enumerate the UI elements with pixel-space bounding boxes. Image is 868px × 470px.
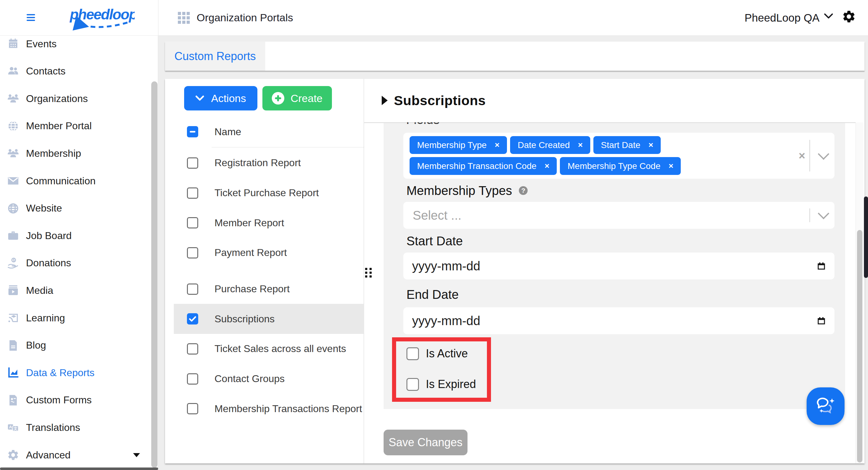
- fields-multiselect[interactable]: Membership Type×Date Created×Start Date×…: [403, 133, 835, 179]
- calendar-icon[interactable]: [817, 316, 826, 326]
- apps-grid-icon[interactable]: [178, 12, 190, 24]
- report-checkbox[interactable]: [187, 247, 198, 259]
- flag-row-is-active[interactable]: Is Active: [406, 347, 468, 360]
- account-name[interactable]: PheedLoop QA: [745, 0, 819, 35]
- sidebar-item-organizations[interactable]: Organizations: [0, 88, 150, 109]
- report-list: Registration Report Ticket Purchase Repo…: [174, 148, 364, 424]
- report-checkbox[interactable]: [187, 283, 198, 295]
- blog-icon: [6, 339, 20, 352]
- multiselect-chevron-down-icon[interactable]: [814, 133, 833, 179]
- report-checkbox[interactable]: [187, 158, 198, 169]
- report-checkbox[interactable]: [187, 373, 198, 384]
- fields-label-clipped: Fields: [406, 122, 456, 125]
- sidebar-item-advanced[interactable]: Advanced: [0, 444, 150, 466]
- hamburger-menu-icon[interactable]: [27, 14, 35, 21]
- form-header[interactable]: Subscriptions: [382, 93, 789, 108]
- sidebar-item-label: Learning: [26, 312, 65, 324]
- field-tag[interactable]: Membership Type Code×: [560, 157, 681, 175]
- media-icon: [6, 283, 20, 297]
- help-icon[interactable]: ?: [519, 186, 528, 195]
- account-chevron-down-icon[interactable]: [824, 13, 833, 20]
- collapse-arrow-icon[interactable]: [382, 96, 388, 105]
- form-title: Subscriptions: [394, 93, 486, 108]
- sidebar-item-blog[interactable]: Blog: [0, 335, 150, 357]
- actions-chevron-down-icon: [195, 95, 204, 101]
- drag-handle-icon[interactable]: [365, 268, 373, 278]
- sidebar-item-label: Organizations: [26, 93, 88, 104]
- remove-tag-icon[interactable]: ×: [545, 161, 549, 171]
- report-row-contact-groups[interactable]: Contact Groups: [174, 364, 364, 394]
- member-portal-icon: [6, 119, 20, 133]
- report-checkbox[interactable]: [187, 403, 198, 414]
- report-row-registration-report[interactable]: Registration Report: [174, 148, 364, 178]
- expand-caret-icon[interactable]: [133, 453, 140, 457]
- selected-tags: Membership Type×Date Created×Start Date×…: [410, 136, 795, 175]
- remove-tag-icon[interactable]: ×: [578, 140, 583, 150]
- sidebar-item-contacts[interactable]: Contacts: [0, 60, 150, 82]
- report-row-purchase-report[interactable]: Purchase Report: [174, 274, 364, 304]
- svg-text:$: $: [12, 258, 15, 262]
- remove-tag-icon[interactable]: ×: [669, 161, 673, 171]
- remove-tag-icon[interactable]: ×: [649, 140, 653, 150]
- actions-button[interactable]: Actions: [184, 86, 257, 110]
- tab-custom-reports[interactable]: Custom Reports: [165, 42, 265, 71]
- sidebar-item-translations[interactable]: A文 Translations: [0, 416, 150, 438]
- page-scrollbar-thumb[interactable]: [864, 197, 868, 278]
- sidebar-item-data-reports[interactable]: Data & Reports: [0, 362, 150, 383]
- membership-types-select[interactable]: Select ...: [403, 202, 835, 229]
- form-scrollbar-thumb[interactable]: [857, 230, 862, 463]
- end-date-input[interactable]: yyyy-mm-dd: [403, 307, 835, 334]
- calendar-icon[interactable]: [817, 261, 826, 271]
- select-chevron-down-icon[interactable]: [814, 202, 833, 229]
- contacts-icon: [6, 64, 20, 78]
- report-row-ticket-sales-across-all-events[interactable]: Ticket Sales across all events: [174, 334, 364, 364]
- report-checkbox[interactable]: [187, 217, 198, 228]
- flag-row-is-expired[interactable]: Is Expired: [406, 378, 476, 391]
- sidebar-item-membership[interactable]: Membership: [0, 142, 150, 164]
- column-divider: [364, 79, 364, 463]
- sidebar-item-communication[interactable]: Communication: [0, 170, 150, 192]
- sidebar-item-events[interactable]: Events: [0, 33, 150, 55]
- report-checkbox[interactable]: [187, 188, 198, 199]
- page-title: Organization Portals: [197, 0, 293, 35]
- sidebar-item-label: Events: [26, 38, 57, 50]
- sidebar-item-learning[interactable]: Learning: [0, 307, 150, 329]
- sidebar-scrollbar[interactable]: [151, 81, 157, 468]
- report-row-subscriptions[interactable]: Subscriptions: [174, 304, 364, 334]
- field-tag[interactable]: Start Date×: [593, 136, 661, 154]
- sidebar-item-member-portal[interactable]: Member Portal: [0, 115, 150, 137]
- settings-gear-icon[interactable]: [842, 9, 856, 24]
- field-tag[interactable]: Membership Type×: [410, 136, 507, 154]
- report-checkbox[interactable]: [187, 343, 198, 355]
- select-all-checkbox[interactable]: [187, 126, 198, 137]
- field-tag[interactable]: Membership Transaction Code×: [410, 157, 557, 175]
- sidebar-item-job-board[interactable]: Job Board: [0, 225, 150, 246]
- start-date-input[interactable]: yyyy-mm-dd: [403, 253, 835, 279]
- pheedloop-logo[interactable]: pheedloop: [67, 3, 135, 33]
- flag-checkbox[interactable]: [406, 347, 419, 360]
- report-row-member-report[interactable]: Member Report: [174, 208, 364, 238]
- create-button[interactable]: Create: [262, 86, 332, 110]
- organizations-icon: [6, 92, 20, 105]
- clear-all-icon[interactable]: ×: [793, 133, 811, 179]
- field-tag[interactable]: Date Created×: [510, 136, 590, 154]
- actions-button-label: Actions: [211, 92, 246, 104]
- sidebar-item-website[interactable]: Website: [0, 197, 150, 220]
- advanced-icon: [6, 448, 20, 462]
- remove-tag-icon[interactable]: ×: [495, 140, 499, 150]
- save-changes-button[interactable]: Save Changes: [383, 430, 467, 455]
- sidebar-horizontal-scrollbar[interactable]: [0, 468, 158, 470]
- sidebar-item-donations[interactable]: $ Donations: [0, 252, 150, 274]
- sidebar-item-media[interactable]: Media: [0, 279, 150, 301]
- flag-checkbox[interactable]: [406, 378, 419, 391]
- learning-icon: [6, 311, 20, 325]
- app-root: pheedloop Organization Portals PheedLoop…: [0, 0, 868, 470]
- report-row-ticket-purchase-report[interactable]: Ticket Purchase Report: [174, 178, 364, 208]
- sidebar-item-label: Data & Reports: [26, 367, 95, 379]
- select-all-row[interactable]: Name: [174, 122, 364, 141]
- report-row-payment-report[interactable]: Payment Report: [174, 238, 364, 268]
- chat-widget-button[interactable]: [807, 388, 844, 425]
- report-checkbox[interactable]: [187, 313, 198, 325]
- sidebar-item-custom-forms[interactable]: Custom Forms: [0, 389, 150, 411]
- report-row-membership-transactions-report[interactable]: Membership Transactions Report: [174, 394, 364, 424]
